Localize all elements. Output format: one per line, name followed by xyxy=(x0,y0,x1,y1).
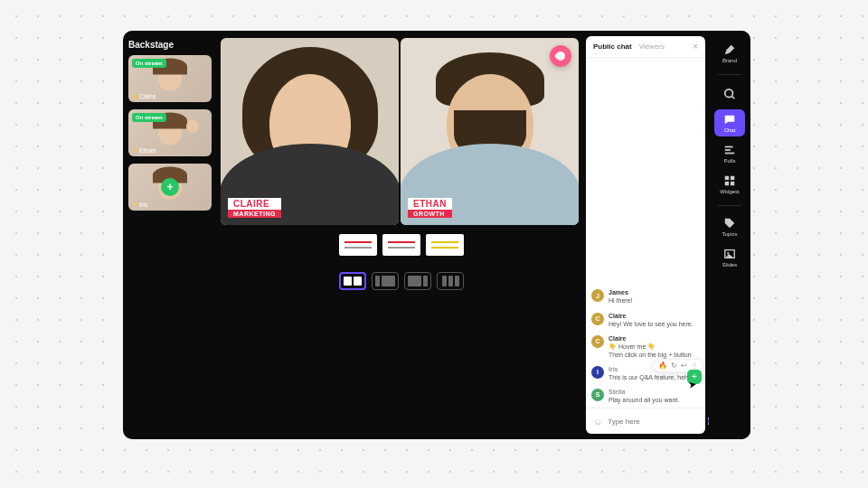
chat-messages[interactable]: J James Hi there! C Claire Hey! We love … xyxy=(586,58,705,408)
dots-icon[interactable]: ⋮ xyxy=(691,361,698,370)
svg-rect-5 xyxy=(725,149,731,151)
chat-tabs: Public chat Viewers × xyxy=(586,36,705,58)
rail-label: Chat xyxy=(724,127,736,133)
tab-viewers[interactable]: Viewers xyxy=(639,42,665,51)
rail-slides[interactable]: Slides xyxy=(714,244,745,271)
backstage-tile-ethan[interactable]: On stream Ethan xyxy=(128,109,212,156)
bars-icon xyxy=(723,144,736,156)
svg-point-12 xyxy=(727,252,729,254)
backstage-panel: Backstage On stream Claire On stream Eth… xyxy=(123,31,217,439)
backstage-name: Iris xyxy=(132,202,147,208)
mic-icon xyxy=(132,202,137,208)
backstage-name: Claire xyxy=(132,93,156,99)
message-author: Stella xyxy=(609,389,700,395)
speaker-role: MARKETING xyxy=(228,210,281,218)
speaker-role: GROWTH xyxy=(408,210,452,218)
mic-icon xyxy=(132,94,137,99)
svg-rect-6 xyxy=(725,153,735,155)
backstage-name: Ethan xyxy=(132,147,156,154)
rail-chat[interactable]: Chat xyxy=(714,109,745,136)
chat-message: S Stella Play around all you want. xyxy=(591,389,700,404)
right-rail: Brand Chat Polls Widgets Topics Slides xyxy=(709,31,750,439)
tab-public-chat[interactable]: Public chat xyxy=(593,42,632,51)
slide-thumb[interactable] xyxy=(426,234,464,256)
close-icon[interactable]: × xyxy=(693,42,698,52)
smile-icon[interactable]: ☺ xyxy=(593,417,602,427)
slide-thumbnails xyxy=(339,234,464,256)
app-window: Backstage On stream Claire On stream Eth… xyxy=(123,31,750,439)
layout-grid[interactable] xyxy=(437,272,464,290)
chat-input-row: ☺ xyxy=(586,408,705,434)
message-author: Claire xyxy=(609,313,700,319)
avatar: J xyxy=(591,289,604,302)
svg-rect-9 xyxy=(725,182,729,185)
svg-rect-2 xyxy=(134,202,136,205)
drop-icon[interactable] xyxy=(550,45,571,67)
stage-area: CLAIRE MARKETING ETHAN GROWTH xyxy=(217,31,586,439)
refresh-icon[interactable]: ↻ xyxy=(671,361,677,370)
rail-label: Widgets xyxy=(720,189,740,194)
avatar-hand xyxy=(186,120,199,133)
avatar-face xyxy=(158,64,182,91)
speaker-name: ETHAN xyxy=(408,198,452,210)
rail-label: Polls xyxy=(723,158,735,164)
chat-message: C Claire 👇 Hover me 👇 Then click on the … xyxy=(591,335,700,359)
svg-rect-4 xyxy=(725,146,733,148)
name-tag: CLAIRE MARKETING xyxy=(228,198,281,218)
slide-thumb[interactable] xyxy=(382,234,420,256)
tag-icon xyxy=(723,217,736,230)
rail-search[interactable] xyxy=(714,82,745,106)
layout-picker xyxy=(339,272,464,290)
rail-polls[interactable]: Polls xyxy=(714,140,745,167)
video-tile-ethan[interactable]: ETHAN GROWTH xyxy=(401,38,579,225)
svg-rect-7 xyxy=(725,176,729,180)
avatar: S xyxy=(591,389,604,401)
search-icon xyxy=(723,88,736,100)
backstage-tile-iris[interactable]: + Iris xyxy=(128,164,212,211)
on-stream-badge: On stream xyxy=(132,59,166,68)
avatar: C xyxy=(591,335,604,348)
speaker-name: CLAIRE xyxy=(228,198,281,210)
rail-label: Brand xyxy=(722,58,737,63)
rail-brand[interactable]: Brand xyxy=(714,40,745,67)
image-icon xyxy=(723,248,736,260)
stage-videos: CLAIRE MARKETING ETHAN GROWTH xyxy=(217,31,586,229)
avatar: C xyxy=(591,313,604,325)
chat-panel: Public chat Viewers × J James Hi there! … xyxy=(586,36,705,434)
backstage-title: Backstage xyxy=(128,40,212,50)
message-author: Claire xyxy=(609,335,700,342)
rail-divider xyxy=(718,74,741,75)
chat-message: J James Hi there! xyxy=(591,289,700,305)
on-stream-badge: On stream xyxy=(132,113,166,122)
rail-topics[interactable]: Topics xyxy=(714,213,745,240)
message-text: Hi there! xyxy=(609,296,700,305)
video-tile-claire[interactable]: CLAIRE MARKETING xyxy=(221,38,399,225)
mic-icon xyxy=(132,148,137,154)
chat-input[interactable] xyxy=(608,418,703,426)
message-text: Play around all you want. xyxy=(609,396,700,404)
slide-thumb[interactable] xyxy=(339,234,377,256)
name-tag: ETHAN GROWTH xyxy=(408,198,452,218)
layout-pip-right[interactable] xyxy=(404,272,431,290)
svg-rect-10 xyxy=(731,182,734,185)
grid-icon xyxy=(723,174,736,187)
message-author: James xyxy=(609,289,700,296)
reply-icon[interactable]: ↩ xyxy=(681,361,687,370)
chat-bubble-icon xyxy=(723,113,736,126)
rail-widgets[interactable]: Widgets xyxy=(714,171,745,198)
avatar: I xyxy=(591,366,604,379)
fire-icon[interactable]: 🔥 xyxy=(658,361,667,370)
backstage-tile-claire[interactable]: On stream Claire xyxy=(128,55,212,102)
layout-pip-left[interactable] xyxy=(372,272,399,290)
add-to-stage-button[interactable]: + xyxy=(161,178,179,196)
chat-message: C Claire Hey! We love to see you here. xyxy=(591,313,700,328)
rail-label: Topics xyxy=(722,231,737,237)
chat-message-hovered: 🔥 ↻ ↩ ⋮ + ➤ I Iris This is our Q&A featu… xyxy=(591,366,700,381)
message-text: This is our Q&A feature, heh? xyxy=(609,373,700,381)
rail-label: Slides xyxy=(722,262,737,267)
message-text: 👇 Hover me 👇 Then click on the big + but… xyxy=(609,343,700,359)
layout-split[interactable] xyxy=(339,272,366,290)
pencil-icon xyxy=(723,43,736,56)
rail-divider xyxy=(718,205,741,206)
svg-point-3 xyxy=(725,89,733,98)
